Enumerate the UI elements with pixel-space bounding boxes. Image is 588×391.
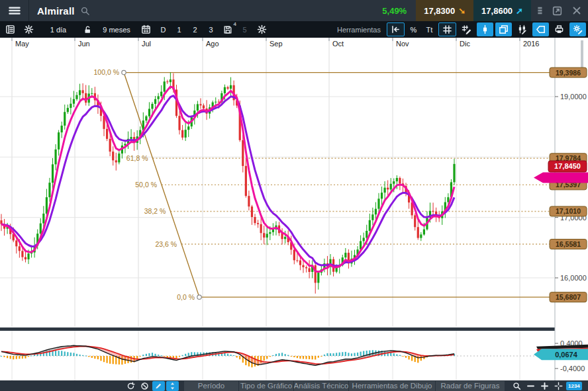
grid-icon xyxy=(442,24,452,34)
magnifier-icon xyxy=(513,382,521,390)
disable-drawings-button[interactable] xyxy=(138,381,151,391)
save-layout-button[interactable]: 4 xyxy=(220,22,236,36)
chart-settings-button[interactable] xyxy=(254,22,270,36)
watchlist-button[interactable] xyxy=(2,22,19,36)
draw-button[interactable] xyxy=(152,381,165,391)
stack-icon[interactable] xyxy=(535,6,544,15)
svg-text:0,0674: 0,0674 xyxy=(555,351,578,359)
grid-button[interactable] xyxy=(438,22,456,36)
refresh-button[interactable] xyxy=(124,381,137,391)
candle-type-button[interactable] xyxy=(477,22,493,36)
last-price-badge: 17,8450 xyxy=(548,161,587,172)
menu-button[interactable] xyxy=(0,0,29,21)
layout-button-2[interactable]: 2 xyxy=(188,22,202,36)
tool-settings-button[interactable] xyxy=(569,22,586,36)
svg-text:16,0000: 16,0000 xyxy=(560,274,587,282)
svg-text:50,0 %: 50,0 % xyxy=(135,181,157,189)
chart-background xyxy=(0,38,588,380)
svg-text:15,6807: 15,6807 xyxy=(556,293,581,301)
print-button[interactable] xyxy=(551,22,567,36)
zoom-in-button[interactable] xyxy=(538,381,551,391)
svg-text:19,3986: 19,3986 xyxy=(556,69,581,77)
layout-button-5[interactable]: 5 xyxy=(238,22,252,36)
values-display-button[interactable]: 1234 xyxy=(566,382,582,390)
close-icon xyxy=(571,5,582,16)
scale-button[interactable] xyxy=(166,381,179,391)
plus-icon xyxy=(540,382,549,390)
gear-icon xyxy=(257,24,267,34)
list-icon xyxy=(5,24,15,34)
gear-icon xyxy=(24,24,34,34)
bid-price-box[interactable]: 17,8300 ➘ xyxy=(416,0,473,21)
price-chart-canvas[interactable]: MayJunJulAgoSepOctNovDic2016100,0 %61,8 … xyxy=(0,38,588,380)
svg-text:May: May xyxy=(15,40,29,48)
svg-text:16,5581: 16,5581 xyxy=(556,240,581,248)
svg-text:Nov: Nov xyxy=(396,40,409,48)
menu-periodo[interactable]: Período xyxy=(184,381,238,391)
macd-value-badge: 0,0674 xyxy=(534,345,588,361)
edit-series-button[interactable] xyxy=(514,22,530,36)
range-select[interactable]: 9 meses xyxy=(97,22,136,36)
bid-price: 17,8300 xyxy=(424,6,455,16)
svg-text:Jun: Jun xyxy=(78,40,90,48)
save-icon xyxy=(223,25,232,34)
lock-button[interactable] xyxy=(79,22,95,36)
svg-text:0,0 %: 0,0 % xyxy=(177,293,195,301)
svg-text:Oct: Oct xyxy=(332,40,344,48)
svg-text:100,0 %: 100,0 % xyxy=(93,68,119,76)
ask-price: 17,8600 xyxy=(481,6,513,16)
close-button[interactable] xyxy=(568,3,585,18)
undo-button[interactable] xyxy=(387,22,405,36)
tag-icon xyxy=(536,24,546,34)
percent-scale-button[interactable]: % xyxy=(407,22,420,36)
chart-toolbar: 1 día 9 meses D 1 2 3 4 5 Herramientas %… xyxy=(0,21,588,38)
symbol-title: Almirall xyxy=(37,5,75,17)
block-icon xyxy=(140,382,149,390)
interval-settings-button[interactable] xyxy=(21,22,37,36)
candlestick-icon xyxy=(480,24,490,34)
chart-area: MayJunJulAgoSepOctNovDic2016100,0 %61,8 … xyxy=(0,38,588,380)
svg-text:Ago: Ago xyxy=(206,40,219,48)
grid-edit-button[interactable] xyxy=(458,22,475,36)
layout-button-d[interactable]: D xyxy=(156,22,170,36)
svg-text:19,0000: 19,0000 xyxy=(560,93,587,101)
crosshair-button[interactable] xyxy=(552,381,565,391)
menu-radar-de-figuras[interactable]: Radar de Figuras xyxy=(436,381,505,391)
layout-button-3[interactable]: 3 xyxy=(204,22,218,36)
interval-select[interactable]: 1 día xyxy=(39,22,77,36)
svg-text:17,8450: 17,8450 xyxy=(554,162,581,170)
label-tool-button[interactable] xyxy=(532,22,549,36)
layout-button-1[interactable]: 1 xyxy=(172,22,186,36)
candles-pencil-icon xyxy=(517,24,527,34)
menu-tipo-de-grafico[interactable]: Tipo de Gráfico xyxy=(239,381,293,391)
popout-icon xyxy=(552,5,563,17)
calendar-icon xyxy=(141,24,151,34)
menu-analisis-tecnico[interactable]: Análisis Técnico xyxy=(294,381,348,391)
price-up-arrow-icon: ➚ xyxy=(516,6,523,16)
save-layout-count: 4 xyxy=(234,21,236,27)
svg-text:2016: 2016 xyxy=(523,40,539,48)
change-percent: 5,49% xyxy=(382,6,407,16)
menu-herramientas-de-dibujo[interactable]: Herramientas de Dibujo xyxy=(349,381,435,391)
crosshair-icon xyxy=(554,382,563,390)
svg-text:17,1010: 17,1010 xyxy=(556,207,581,215)
ask-price-box[interactable]: 17,8600 ➚ xyxy=(473,0,531,21)
popout-window-button[interactable] xyxy=(548,3,565,18)
zoom-button[interactable] xyxy=(511,381,523,391)
calendar-button[interactable] xyxy=(138,22,154,36)
svg-text:38,2 %: 38,2 % xyxy=(144,207,166,215)
scrollbar-thumb[interactable] xyxy=(581,40,583,68)
svg-text:Dic: Dic xyxy=(460,40,470,48)
svg-text:Jul: Jul xyxy=(142,40,151,48)
price-down-arrow-icon: ➘ xyxy=(458,6,466,16)
grid-pencil-icon xyxy=(462,24,471,34)
search-icon[interactable] xyxy=(80,6,90,16)
compare-layers-button[interactable] xyxy=(495,22,512,36)
trading-app-window: Almirall 5,49% 17,8300 ➘ 17,8600 ➚ 1 día… xyxy=(0,0,588,391)
title-bar: Almirall 5,49% 17,8300 ➘ 17,8600 ➚ xyxy=(0,0,588,21)
svg-text:61,8 %: 61,8 % xyxy=(126,154,148,162)
zoom-out-button[interactable] xyxy=(524,381,537,391)
text-tool-button[interactable]: Tt xyxy=(422,22,436,36)
bottom-toolbar: Período Tipo de Gráfico Análisis Técnico… xyxy=(0,380,588,391)
refresh-icon xyxy=(126,382,135,390)
